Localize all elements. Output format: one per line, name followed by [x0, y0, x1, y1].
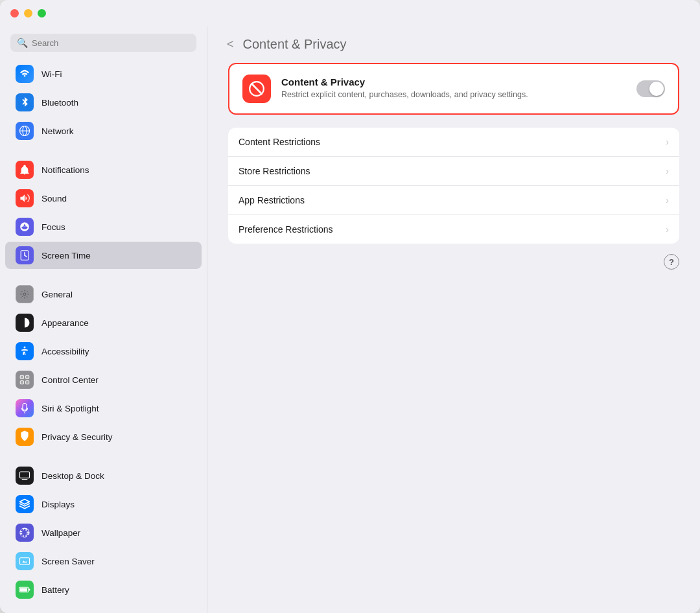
sidebar-item-siri-label: Siri & Spotlight	[41, 404, 99, 413]
battery-icon	[16, 581, 34, 599]
close-button[interactable]	[10, 9, 19, 17]
svg-point-6	[23, 293, 26, 295]
sidebar: 🔍 Wi-Fi Bluetooth	[0, 26, 207, 613]
svg-rect-13	[20, 472, 30, 478]
titlebar	[0, 0, 700, 26]
toggle-thumb	[649, 82, 664, 96]
sidebar-item-network-label: Network	[41, 126, 74, 136]
sound-icon	[16, 189, 34, 207]
sidebar-item-wallpaper-label: Wallpaper	[41, 528, 80, 538]
sidebar-item-bluetooth-label: Bluetooth	[41, 98, 78, 108]
content-privacy-subtitle: Restrict explicit content, purchases, do…	[281, 89, 626, 101]
svg-point-8	[24, 347, 26, 349]
divider-1	[0, 145, 207, 156]
list-item-content-restrictions[interactable]: Content Restrictions ›	[228, 128, 679, 157]
svg-rect-18	[20, 588, 27, 591]
maximize-button[interactable]	[38, 9, 46, 17]
restrictions-list: Content Restrictions › Store Restriction…	[228, 128, 679, 244]
sidebar-item-wifi-label: Wi-Fi	[41, 69, 62, 79]
search-icon: 🔍	[17, 38, 28, 48]
displays-icon	[16, 495, 34, 513]
svg-line-5	[25, 255, 27, 257]
sidebar-item-appearance[interactable]: Appearance	[5, 309, 202, 336]
sidebar-item-desktopdock[interactable]: Desktop & Dock	[5, 462, 202, 489]
sidebar-item-wifi[interactable]: Wi-Fi	[5, 60, 202, 87]
svg-rect-10	[26, 375, 29, 378]
sidebar-item-desktopdock-label: Desktop & Dock	[41, 471, 104, 481]
chevron-right-icon-1: ›	[666, 166, 669, 176]
chevron-right-icon-3: ›	[666, 224, 669, 235]
list-item-preference-restrictions[interactable]: Preference Restrictions ›	[228, 215, 679, 244]
controlcenter-icon	[16, 371, 34, 389]
content-privacy-icon	[242, 75, 271, 103]
sidebar-item-siri[interactable]: Siri & Spotlight	[5, 395, 202, 422]
help-button[interactable]: ?	[664, 254, 679, 270]
privacy-icon	[16, 428, 34, 446]
svg-rect-14	[22, 479, 28, 480]
search-box[interactable]: 🔍	[10, 34, 196, 52]
help-area: ?	[228, 244, 679, 275]
screentime-icon	[16, 246, 34, 264]
notifications-icon	[16, 161, 34, 179]
list-item-store-restrictions[interactable]: Store Restrictions ›	[228, 157, 679, 186]
screensaver-icon	[16, 552, 34, 570]
network-icon	[16, 122, 34, 140]
search-input[interactable]	[32, 38, 190, 48]
sidebar-item-general-label: General	[41, 290, 73, 299]
sidebar-item-notifications[interactable]: Notifications	[5, 156, 202, 183]
chevron-right-icon-0: ›	[666, 137, 669, 147]
chevron-right-icon-2: ›	[666, 195, 669, 205]
divider-2	[0, 270, 207, 280]
sidebar-item-privacy[interactable]: Privacy & Security	[5, 423, 202, 450]
sidebar-item-sound-label: Sound	[41, 194, 67, 203]
sidebar-item-screensaver-label: Screen Saver	[41, 557, 95, 566]
svg-line-20	[251, 84, 261, 93]
general-icon	[16, 285, 34, 303]
sidebar-item-battery-label: Battery	[41, 585, 69, 595]
content-privacy-card[interactable]: Content & Privacy Restrict explicit cont…	[228, 63, 679, 115]
sidebar-item-notifications-label: Notifications	[41, 165, 89, 175]
content-privacy-title: Content & Privacy	[281, 76, 626, 87]
sidebar-item-controlcenter[interactable]: Control Center	[5, 366, 202, 393]
bluetooth-icon	[16, 93, 34, 111]
sidebar-item-bluetooth[interactable]: Bluetooth	[5, 89, 202, 116]
list-item-app-restrictions[interactable]: App Restrictions ›	[228, 186, 679, 215]
sidebar-item-network[interactable]: Network	[5, 117, 202, 145]
svg-rect-9	[20, 375, 23, 378]
divider-3	[0, 451, 207, 461]
sidebar-item-wallpaper[interactable]: Wallpaper	[5, 519, 202, 546]
siri-icon	[16, 399, 34, 417]
svg-rect-12	[26, 381, 29, 384]
sidebar-item-accessibility[interactable]: Accessibility	[5, 338, 202, 365]
sidebar-item-battery[interactable]: Battery	[5, 576, 202, 603]
svg-rect-11	[20, 381, 23, 384]
sidebar-item-sound[interactable]: Sound	[5, 185, 202, 212]
content-header: < Content & Privacy	[207, 26, 700, 60]
sidebar-item-accessibility-label: Accessibility	[41, 347, 89, 356]
sidebar-item-screentime-label: Screen Time	[41, 251, 91, 260]
desktopdock-icon	[16, 467, 34, 485]
content-restrictions-label: Content Restrictions	[239, 137, 666, 147]
accessibility-icon	[16, 342, 34, 360]
sidebar-item-screensaver[interactable]: Screen Saver	[5, 548, 202, 575]
content-privacy-text: Content & Privacy Restrict explicit cont…	[281, 76, 626, 101]
sidebar-item-displays-label: Displays	[41, 500, 75, 509]
page-title: Content & Privacy	[243, 37, 347, 52]
wifi-icon	[16, 65, 34, 83]
svg-rect-15	[20, 558, 30, 565]
app-body: 🔍 Wi-Fi Bluetooth	[0, 26, 700, 613]
preference-restrictions-label: Preference Restrictions	[239, 224, 666, 235]
sidebar-item-appearance-label: Appearance	[41, 318, 89, 328]
back-button[interactable]: <	[223, 36, 238, 52]
svg-rect-17	[29, 589, 30, 591]
sidebar-item-focus[interactable]: Focus	[5, 213, 202, 240]
sidebar-item-general[interactable]: General	[5, 281, 202, 308]
appearance-icon	[16, 314, 34, 332]
sidebar-item-screentime[interactable]: Screen Time	[5, 242, 202, 269]
content-privacy-toggle[interactable]	[636, 80, 665, 97]
sidebar-item-displays[interactable]: Displays	[5, 491, 202, 518]
minimize-button[interactable]	[24, 9, 32, 17]
wallpaper-icon	[16, 524, 34, 542]
content-body: Content & Privacy Restrict explicit cont…	[207, 60, 700, 295]
app-restrictions-label: App Restrictions	[239, 195, 666, 205]
